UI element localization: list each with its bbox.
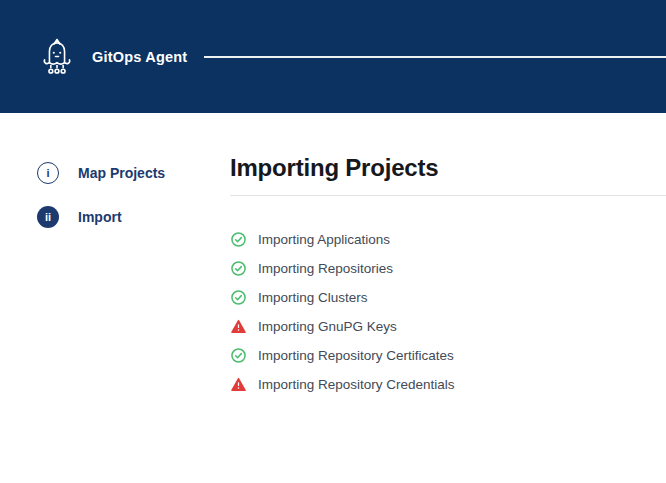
import-status-list: Importing Applications Importing Reposit… bbox=[230, 225, 666, 399]
check-circle-icon bbox=[231, 348, 246, 363]
import-status-row: Importing Clusters bbox=[231, 283, 666, 312]
check-circle-icon bbox=[231, 261, 246, 276]
warning-triangle-icon bbox=[231, 319, 246, 334]
import-status-label: Importing Repository Certificates bbox=[258, 348, 454, 363]
header-rule bbox=[204, 56, 666, 58]
wizard-steps: i Map Projects ii Import bbox=[37, 162, 165, 250]
app-header: GitOps Agent bbox=[0, 0, 666, 113]
app-title: GitOps Agent bbox=[92, 49, 187, 65]
gitops-agent-wizard: GitOps Agent i Map Projects ii Import Im… bbox=[0, 0, 666, 483]
wizard-step[interactable]: ii Import bbox=[37, 206, 165, 228]
step-number-badge: i bbox=[37, 162, 59, 184]
import-status-label: Importing GnuPG Keys bbox=[258, 319, 397, 334]
check-circle-icon bbox=[231, 290, 246, 305]
wizard-step[interactable]: i Map Projects bbox=[37, 162, 165, 184]
main-content: Importing Projects Importing Application… bbox=[230, 153, 666, 399]
import-status-row: Importing Repository Certificates bbox=[231, 341, 666, 370]
page-title: Importing Projects bbox=[230, 153, 666, 183]
import-status-label: Importing Repositories bbox=[258, 261, 393, 276]
import-status-label: Importing Repository Credentials bbox=[258, 377, 455, 392]
step-label: Import bbox=[78, 209, 122, 225]
import-status-label: Importing Applications bbox=[258, 232, 390, 247]
octopus-logo-icon bbox=[40, 35, 74, 79]
import-status-row: Importing Applications bbox=[231, 225, 666, 254]
check-circle-icon bbox=[231, 232, 246, 247]
import-status-row: Importing GnuPG Keys bbox=[231, 312, 666, 341]
import-status-row: Importing Repositories bbox=[231, 254, 666, 283]
step-label: Map Projects bbox=[78, 165, 165, 181]
import-status-label: Importing Clusters bbox=[258, 290, 368, 305]
import-status-row: Importing Repository Credentials bbox=[231, 370, 666, 399]
step-number-badge: ii bbox=[37, 206, 59, 228]
title-divider bbox=[230, 195, 666, 196]
warning-triangle-icon bbox=[231, 377, 246, 392]
